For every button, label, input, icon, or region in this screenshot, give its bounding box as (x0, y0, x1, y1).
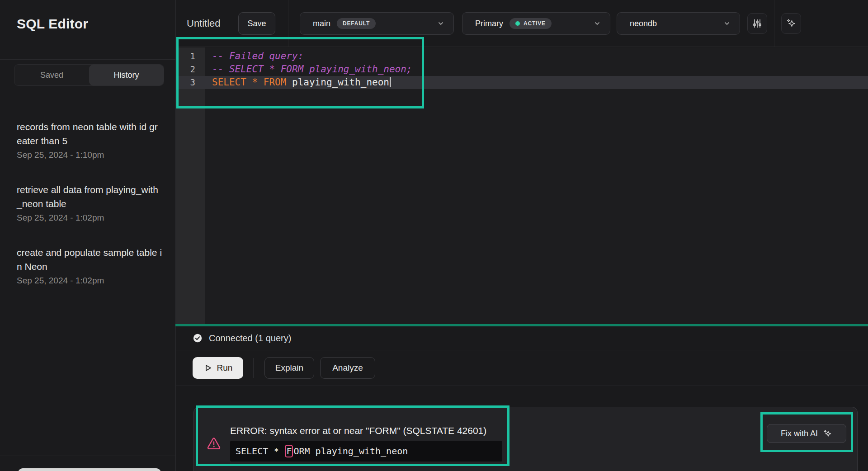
active-status-dot (515, 21, 520, 26)
active-badge: ACTIVE (509, 18, 552, 29)
save-button[interactable]: Save (238, 12, 275, 35)
connection-statusbar: Connected (1 query) (176, 326, 868, 350)
fix-with-ai-button[interactable]: Fix with AI (767, 424, 846, 443)
sliders-icon (752, 18, 763, 29)
sidebar: SQL Editor Saved History records from ne… (0, 0, 176, 471)
fix-with-ai-label: Fix with AI (781, 429, 818, 438)
chevron-down-icon (594, 20, 601, 27)
line-number: 1 (176, 50, 205, 63)
actions-divider (253, 358, 254, 378)
sparkles-icon (823, 429, 832, 438)
sidebar-divider (0, 59, 175, 60)
sql-operator: * (246, 77, 264, 88)
sidebar-bottom-button[interactable] (18, 468, 161, 471)
error-code-before: SELECT * (236, 446, 284, 457)
query-actions: Run Explain Analyze (176, 350, 868, 386)
database-name: neondb (630, 19, 657, 28)
history-item-title: create and populate sample table in Neon (17, 245, 162, 273)
history-item[interactable]: records from neon table with id greater … (17, 120, 162, 160)
toolbar-divider (288, 0, 288, 47)
history-item[interactable]: retrieve all data from playing_with_neon… (17, 183, 162, 223)
database-dropdown[interactable]: neondb (617, 12, 740, 35)
compute-dropdown[interactable]: Primary ACTIVE (462, 12, 610, 35)
chevron-down-icon (723, 20, 731, 27)
history-item-timestamp: Sep 25, 2024 - 1:02pm (17, 276, 162, 286)
error-code-after: ORM playing_with_neon (293, 446, 408, 457)
code-line: 1 -- Failed query: (176, 50, 868, 63)
sql-keyword: SELECT (212, 77, 246, 88)
code-line: 2 -- SELECT * FORM playing_with_neon; (176, 63, 868, 76)
compute-name: Primary (475, 19, 503, 28)
history-item-timestamp: Sep 25, 2024 - 1:10pm (17, 150, 162, 160)
error-block: ERROR: syntax error at or near "FORM" (S… (206, 425, 502, 462)
results-panel: ERROR: syntax error at or near "FORM" (S… (176, 386, 868, 471)
history-item-timestamp: Sep 25, 2024 - 1:02pm (17, 213, 162, 223)
run-button-label: Run (217, 363, 233, 373)
branch-dropdown[interactable]: main DEFAULT (300, 12, 454, 35)
saved-history-tabs: Saved History (14, 64, 164, 86)
error-query-snippet: SELECT * FORM playing_with_neon (230, 441, 502, 462)
settings-sliders-button[interactable] (747, 13, 767, 34)
toolbar: Untitled Save main DEFAULT Primary ACTIV… (176, 0, 868, 47)
history-item-title: records from neon table with id greater … (17, 120, 162, 148)
history-list: records from neon table with id greater … (17, 120, 162, 308)
check-circle-icon (193, 333, 203, 343)
history-item[interactable]: create and populate sample table in Neon… (17, 245, 162, 286)
page-title: SQL Editor (17, 16, 88, 32)
analyze-button[interactable]: Analyze (320, 357, 375, 379)
connection-status-text: Connected (1 query) (209, 333, 291, 344)
error-card: ERROR: syntax error at or near "FORM" (S… (193, 407, 858, 471)
line-number: 3 (176, 76, 205, 89)
query-title: Untitled (187, 0, 221, 47)
run-button[interactable]: Run (193, 357, 243, 379)
sql-keyword: FROM (264, 77, 287, 88)
explain-button[interactable]: Explain (264, 357, 314, 379)
sql-comment: -- SELECT * FORM playing_with_neon; (212, 64, 412, 75)
ai-assistant-button[interactable] (781, 13, 801, 34)
branch-name: main (313, 19, 330, 28)
error-highlight-char: F (285, 445, 293, 457)
sparkles-icon (786, 18, 797, 29)
line-number: 2 (176, 63, 205, 76)
active-badge-label: ACTIVE (524, 20, 546, 27)
sql-code-editor[interactable]: 1 -- Failed query: 2 -- SELECT * FORM pl… (176, 47, 868, 325)
default-badge: DEFAULT (337, 18, 376, 29)
history-item-title: retrieve all data from playing_with_neon… (17, 183, 162, 211)
play-icon (203, 363, 212, 372)
tab-history[interactable]: History (89, 65, 164, 85)
text-cursor (390, 77, 391, 87)
warning-triangle-icon (206, 435, 222, 452)
chevron-down-icon (437, 20, 444, 27)
sql-comment: -- Failed query: (212, 51, 303, 61)
tab-saved[interactable]: Saved (14, 65, 89, 85)
code-line-current: 3 SELECT * FROM playing_with_neon (176, 76, 868, 89)
sidebar-bottom-divider (0, 456, 175, 456)
toolbar-divider (774, 0, 774, 47)
sql-identifier: playing_with_neon (286, 77, 389, 88)
error-message: ERROR: syntax error at or near "FORM" (S… (230, 425, 502, 436)
